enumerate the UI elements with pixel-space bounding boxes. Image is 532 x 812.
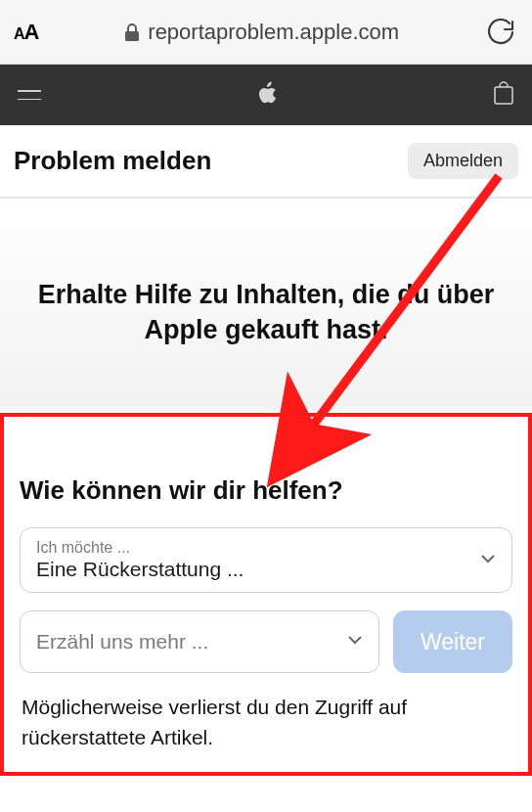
chevron-down-icon (478, 549, 498, 572)
apple-logo-icon[interactable] (255, 79, 279, 111)
field-placeholder: Erzähl uns mehr ... (36, 630, 335, 654)
global-nav (0, 65, 532, 125)
details-select[interactable]: Erzähl uns mehr ... (20, 610, 379, 673)
next-button[interactable]: Weiter (393, 610, 512, 673)
refresh-button[interactable] (485, 16, 518, 49)
help-banner: Erhalte Hilfe zu Inhalten, die du über A… (0, 198, 532, 417)
help-form-highlighted: Wie können wir dir helfen? Ich möchte ..… (0, 413, 532, 776)
form-footnote: Möglicherweise verlierst du den Zugriff … (22, 693, 510, 752)
lock-icon (124, 23, 140, 42)
page-header: Problem melden Abmelden (0, 125, 532, 198)
page-title: Problem melden (14, 146, 211, 176)
browser-chrome: AA reportaproblem.apple.com (0, 0, 532, 65)
request-type-select[interactable]: Ich möchte ... Eine Rückerstattung ... (20, 527, 512, 593)
form-heading: Wie können wir dir helfen? (20, 475, 512, 506)
chevron-down-icon (345, 630, 365, 654)
text-size-control[interactable]: AA (14, 20, 38, 45)
shopping-bag-icon[interactable] (493, 80, 514, 110)
menu-button[interactable] (18, 90, 41, 100)
field-hint: Ich möchte ... (36, 538, 468, 557)
address-url: reportaproblem.apple.com (148, 20, 399, 45)
logout-button[interactable]: Abmelden (408, 143, 518, 179)
field-value: Eine Rückerstattung ... (36, 557, 468, 582)
address-bar[interactable]: reportaproblem.apple.com (50, 12, 473, 53)
